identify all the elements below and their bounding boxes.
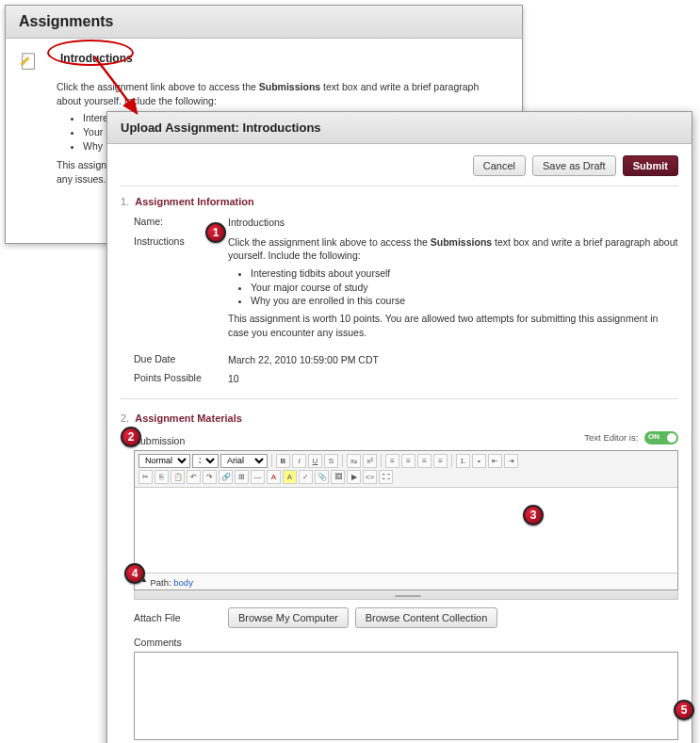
section-num: 2.	[121, 412, 129, 424]
points-value: 10	[228, 372, 678, 386]
instr-footer: This assignment is worth 10 points. You …	[228, 312, 678, 339]
toggle-on-icon[interactable]: ON	[644, 431, 678, 444]
align-center-icon[interactable]: ≡	[401, 454, 415, 468]
introductions-link[interactable]: Introductions	[57, 50, 137, 67]
fullscreen-icon[interactable]: ⛶	[379, 470, 393, 484]
top-action-bar: Cancel Save as Draft Submit	[121, 150, 678, 186]
intro-pre: Click the assignment link above to acces…	[57, 81, 259, 92]
section-2-head: 2.Assignment Materials	[121, 403, 678, 429]
browse-collection-button[interactable]: Browse Content Collection	[355, 607, 498, 628]
media-icon[interactable]: ▶	[347, 470, 361, 484]
list-ul-icon[interactable]: •	[472, 454, 486, 468]
redo-icon[interactable]: ↷	[203, 470, 217, 484]
indent-icon[interactable]: ⇥	[504, 454, 518, 468]
name-value: Introductions	[228, 216, 678, 230]
assignments-header: Assignments	[6, 6, 522, 39]
rich-text-editor: Normal 3 Arial B I U S x₂ x²	[134, 450, 678, 590]
due-date-label: Due Date	[134, 353, 228, 367]
comments-label: Comments	[121, 637, 678, 648]
attach-icon[interactable]: 📎	[315, 470, 329, 484]
page-title: Assignments	[19, 13, 509, 30]
instr-bullets: Interesting tidbits about yourself Your …	[251, 267, 678, 308]
table-icon[interactable]: ⊞	[235, 470, 249, 484]
instr-bullet: Your major course of study	[251, 281, 678, 295]
editor-resize-grip[interactable]	[134, 590, 678, 600]
text-color-icon[interactable]: A	[267, 470, 281, 484]
cancel-button[interactable]: Cancel	[473, 155, 526, 176]
assignment-doc-icon	[19, 52, 40, 73]
spellcheck-icon[interactable]: ✓	[299, 470, 313, 484]
copy-icon[interactable]: ⎘	[155, 470, 169, 484]
sub-icon[interactable]: x₂	[347, 454, 361, 468]
due-date-value: March 22, 2010 10:59:00 PM CDT	[228, 353, 678, 367]
instr-bullet: Why you are enrolled in this course	[251, 294, 678, 308]
upload-header: Upload Assignment: Introductions	[107, 112, 692, 144]
section-1-head: 1.Assignment Information	[121, 186, 678, 213]
browse-computer-button[interactable]: Browse My Computer	[228, 607, 349, 628]
strike-icon[interactable]: S	[324, 454, 338, 468]
instructions-label: Instructions	[134, 235, 228, 340]
sup-icon[interactable]: x²	[363, 454, 377, 468]
bg-color-icon[interactable]: A	[283, 470, 297, 484]
list-ol-icon[interactable]: 1.	[456, 454, 470, 468]
font-select[interactable]: Arial	[220, 454, 268, 468]
toggle-label: Text Editor is:	[584, 431, 638, 442]
save-draft-button[interactable]: Save as Draft	[532, 155, 616, 176]
intro-bold: Submissions	[259, 81, 320, 92]
editor-path-bar: ▲ Path: body	[135, 573, 677, 590]
toggle-state: ON	[648, 432, 659, 441]
section-num: 1.	[121, 196, 129, 207]
path-label: Path:	[150, 577, 173, 588]
section-title: Assignment Information	[135, 196, 254, 207]
section-title: Assignment Materials	[135, 412, 242, 424]
align-left-icon[interactable]: ≡	[385, 454, 399, 468]
instr-bullet: Interesting tidbits about yourself	[251, 267, 678, 281]
submit-button[interactable]: Submit	[623, 155, 678, 176]
align-right-icon[interactable]: ≡	[417, 454, 431, 468]
italic-icon[interactable]: I	[292, 454, 306, 468]
underline-icon[interactable]: U	[308, 454, 322, 468]
size-select[interactable]: 3	[192, 454, 219, 468]
points-label: Points Possible	[134, 372, 228, 386]
path-body-link[interactable]: body	[173, 577, 193, 588]
link-icon[interactable]: 🔗	[219, 470, 233, 484]
attach-file-label: Attach File	[134, 612, 228, 623]
instructions-value: Click the assignment link above to acces…	[228, 235, 678, 340]
instr-pre: Click the assignment link above to acces…	[228, 236, 431, 248]
instr-bold: Submissions	[431, 236, 492, 248]
editor-textarea[interactable]	[135, 488, 677, 573]
name-label: Name:	[134, 216, 228, 230]
comments-textarea[interactable]	[134, 652, 678, 740]
image-icon[interactable]: 🖼	[331, 470, 345, 484]
undo-icon[interactable]: ↶	[187, 470, 201, 484]
source-icon[interactable]: <>	[363, 470, 377, 484]
paste-icon[interactable]: 📋	[171, 470, 185, 484]
outdent-icon[interactable]: ⇤	[488, 454, 502, 468]
align-justify-icon[interactable]: ≡	[433, 454, 448, 468]
bold-icon[interactable]: B	[276, 454, 290, 468]
upload-title: Upload Assignment: Introductions	[121, 121, 678, 135]
editor-toolbar: Normal 3 Arial B I U S x₂ x²	[135, 451, 677, 488]
style-select[interactable]: Normal	[138, 454, 190, 468]
cut-icon[interactable]: ✂	[138, 470, 153, 484]
upload-assignment-panel: Upload Assignment: Introductions Cancel …	[106, 111, 692, 743]
hr-icon[interactable]: —	[251, 470, 265, 484]
text-editor-toggle[interactable]: Text Editor is: ON	[584, 431, 678, 444]
